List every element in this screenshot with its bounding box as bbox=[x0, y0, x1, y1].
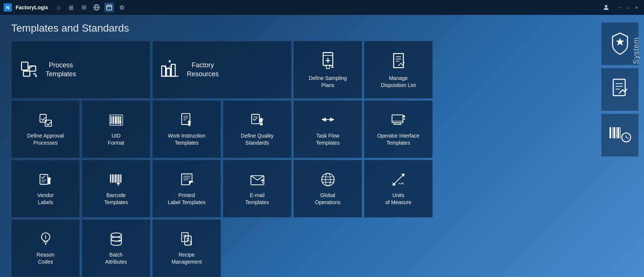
taskflow-icon bbox=[320, 112, 336, 129]
nav-calendar-icon[interactable] bbox=[104, 3, 114, 12]
process-templates-icon bbox=[19, 59, 38, 80]
user-icon[interactable] bbox=[602, 3, 611, 12]
sampling-plans-icon bbox=[318, 51, 338, 72]
reason-icon bbox=[38, 231, 53, 248]
approval-label: Define ApprovalProcesses bbox=[27, 132, 64, 146]
work-instruction-label: Work InstructionTemplates bbox=[168, 132, 205, 146]
svg-rect-44 bbox=[392, 115, 403, 123]
svg-point-7 bbox=[605, 5, 608, 7]
tile-process-templates[interactable]: ProcessTemplates bbox=[11, 41, 150, 99]
email-icon bbox=[250, 172, 265, 189]
sidebar-tile-barcode-clock[interactable] bbox=[601, 114, 638, 157]
minimize-button[interactable]: ─ bbox=[617, 4, 624, 11]
process-templates-label: ProcessTemplates bbox=[46, 61, 76, 78]
svg-rect-49 bbox=[40, 174, 48, 184]
svg-rect-14 bbox=[166, 68, 170, 76]
right-sidebar: System bbox=[596, 15, 644, 277]
units-icon bbox=[391, 172, 406, 189]
sidebar-tile-document[interactable] bbox=[601, 68, 638, 111]
svg-rect-8 bbox=[22, 62, 28, 70]
tile-define-approval-processes[interactable]: Define ApprovalProcesses bbox=[11, 100, 80, 158]
svg-point-72 bbox=[111, 233, 121, 237]
uid-icon bbox=[108, 112, 124, 129]
window-controls: ─ □ ✕ bbox=[617, 4, 640, 11]
main-area: Templates and Standards Proc bbox=[0, 15, 644, 277]
tile-manage-disposition-list[interactable]: ManageDisposition List bbox=[364, 41, 433, 99]
page-title: Templates and Standards bbox=[11, 22, 585, 34]
global-label: GlobalOperations bbox=[315, 192, 340, 205]
vendor-label: VendorLabels bbox=[37, 192, 53, 205]
sidebar-label: System bbox=[632, 37, 640, 64]
svg-line-93 bbox=[626, 138, 628, 139]
tile-factory-resources[interactable]: FactoryResources bbox=[152, 41, 292, 99]
tile-vendor-labels[interactable]: VendorLabels bbox=[11, 160, 80, 218]
titlebar-right: ─ □ ✕ bbox=[602, 3, 640, 12]
quality-label: Define QualityStandards bbox=[241, 132, 274, 146]
svg-point-17 bbox=[169, 60, 170, 62]
printed-label-label: PrintedLabel Templates bbox=[168, 192, 206, 205]
units-label: Unitsof Measure bbox=[385, 192, 411, 205]
close-button[interactable]: ✕ bbox=[633, 4, 640, 11]
app-logo: N bbox=[4, 3, 12, 12]
global-icon bbox=[320, 172, 336, 189]
maximize-button[interactable]: □ bbox=[625, 4, 632, 11]
svg-rect-13 bbox=[162, 66, 165, 76]
recipe-label: RecipeManagement bbox=[172, 251, 202, 265]
tile-task-flow-templates[interactable]: Task FlowTemplates bbox=[293, 100, 362, 158]
tile-email-templates[interactable]: E-mailTemplates bbox=[223, 160, 292, 218]
sampling-plans-label: Define SamplingPlans bbox=[309, 75, 347, 88]
email-label: E-mailTemplates bbox=[245, 192, 269, 205]
app-name: FactoryLogix bbox=[16, 4, 48, 10]
titlebar-nav: ⌂ ⊞ ⚙ bbox=[54, 3, 127, 12]
tile-define-quality-standards[interactable]: Define QualityStandards bbox=[223, 100, 292, 158]
svg-line-68 bbox=[399, 183, 400, 184]
nav-globe-icon[interactable] bbox=[92, 3, 101, 12]
disposition-icon bbox=[389, 51, 408, 72]
svg-rect-9 bbox=[23, 71, 30, 76]
uid-label: UIDFormat bbox=[108, 132, 124, 146]
disposition-label: ManageDisposition List bbox=[381, 75, 416, 88]
tile-recipe-management[interactable]: RecipeManagement bbox=[152, 219, 221, 277]
svg-marker-80 bbox=[616, 38, 624, 46]
quality-icon bbox=[250, 112, 265, 129]
tile-work-instruction-templates[interactable]: Work InstructionTemplates bbox=[152, 100, 221, 158]
barcode-label: BarcodeTemplates bbox=[104, 192, 128, 205]
titlebar: N FactoryLogix ⌂ ⊞ ⚙ ─ □ ✕ bbox=[0, 0, 644, 15]
operator-icon bbox=[391, 112, 406, 129]
tile-uid-format[interactable]: UIDFormat bbox=[82, 100, 150, 158]
content-area: Templates and Standards Proc bbox=[0, 15, 596, 277]
reason-label: ReasonCodes bbox=[36, 251, 54, 265]
factory-resources-label: FactoryResources bbox=[187, 61, 219, 78]
batch-label: BatchAttributes bbox=[105, 251, 127, 265]
tile-batch-attributes[interactable]: BatchAttributes bbox=[82, 219, 150, 277]
svg-rect-15 bbox=[171, 64, 175, 76]
barcode-icon bbox=[108, 172, 124, 189]
printed-label-icon bbox=[179, 172, 195, 189]
tile-barcode-templates[interactable]: BarcodeTemplates bbox=[82, 160, 150, 218]
work-instruction-icon bbox=[179, 112, 195, 129]
nav-layers-icon[interactable] bbox=[79, 3, 89, 12]
taskflow-label: Task FlowTemplates bbox=[316, 132, 340, 146]
tile-printed-label-templates[interactable]: PrintedLabel Templates bbox=[152, 160, 221, 218]
tile-global-operations[interactable]: GlobalOperations bbox=[293, 160, 362, 218]
tile-units-of-measure[interactable]: Unitsof Measure bbox=[364, 160, 433, 218]
nav-home-icon[interactable]: ⌂ bbox=[54, 3, 64, 12]
operator-label: Operator InterfaceTemplates bbox=[377, 132, 420, 146]
factory-resources-icon bbox=[160, 59, 179, 80]
nav-settings-icon[interactable]: ⚙ bbox=[117, 3, 127, 12]
svg-point-71 bbox=[45, 238, 46, 239]
recipe-icon bbox=[179, 231, 195, 248]
svg-rect-3 bbox=[107, 5, 112, 10]
nav-grid-icon[interactable]: ⊞ bbox=[66, 3, 76, 12]
batch-icon bbox=[108, 231, 124, 248]
vendor-icon bbox=[38, 172, 53, 189]
tile-operator-interface-templates[interactable]: Operator InterfaceTemplates bbox=[364, 100, 433, 158]
tile-reason-codes[interactable]: ReasonCodes bbox=[11, 219, 80, 277]
tiles-grid: ProcessTemplates FactoryRe bbox=[11, 41, 585, 277]
approval-icon bbox=[38, 112, 53, 129]
tile-define-sampling-plans[interactable]: Define SamplingPlans bbox=[293, 41, 362, 99]
